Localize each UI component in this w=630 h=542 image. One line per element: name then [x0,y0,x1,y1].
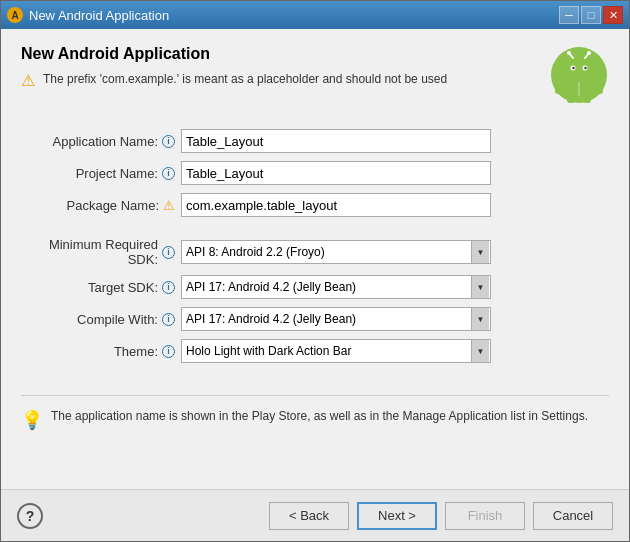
package-name-input[interactable] [181,193,491,217]
title-bar-left: A New Android Application [7,7,169,23]
page-title: New Android Application [21,45,539,63]
finish-button[interactable]: Finish [445,502,525,530]
warning-row: ⚠ The prefix 'com.example.' is meant as … [21,71,539,90]
compile-with-info-icon: i [162,313,175,326]
next-button[interactable]: Next > [357,502,437,530]
min-sdk-label: Minimum Required SDK: i [21,237,181,267]
project-name-info-icon: i [162,167,175,180]
svg-rect-12 [596,81,603,94]
theme-select[interactable]: Holo Light with Dark Action Bar Holo Dar… [181,339,491,363]
svg-rect-13 [567,94,575,103]
info-message: The application name is shown in the Pla… [51,408,588,425]
project-name-row: Project Name: i [21,161,609,185]
main-window: A New Android Application ─ □ ✕ New Andr… [0,0,630,542]
svg-point-5 [584,67,586,69]
close-button[interactable]: ✕ [603,6,623,24]
compile-with-label: Compile With: i [21,312,181,327]
min-sdk-info-icon: i [162,246,175,259]
min-sdk-select[interactable]: API 8: Android 2.2 (Froyo) API 9: Androi… [181,240,491,264]
dialog-footer: ? < Back Next > Finish Cancel [1,489,629,541]
warning-text: The prefix 'com.example.' is meant as a … [43,71,447,88]
project-name-label: Project Name: i [21,166,181,181]
app-name-info-icon: i [162,135,175,148]
theme-dropdown-wrapper: Holo Light with Dark Action Bar Holo Dar… [181,339,491,363]
minimize-button[interactable]: ─ [559,6,579,24]
target-sdk-info-icon: i [162,281,175,294]
package-name-row: Package Name: ⚠ [21,193,609,217]
page-header-left: New Android Application ⚠ The prefix 'co… [21,45,539,90]
app-name-row: Application Name: i [21,129,609,153]
app-icon-label: A [11,10,18,21]
back-button[interactable]: < Back [269,502,349,530]
info-section: 💡 The application name is shown in the P… [21,395,609,443]
page-header: New Android Application ⚠ The prefix 'co… [21,45,609,105]
dialog-content: New Android Application ⚠ The prefix 'co… [1,29,629,489]
min-sdk-dropdown-wrapper: API 8: Android 2.2 (Froyo) API 9: Androi… [181,240,491,264]
svg-point-4 [572,67,574,69]
compile-with-dropdown-wrapper: API 8: Android 2.2 (Froyo) API 14: Andro… [181,307,491,331]
theme-row: Theme: i Holo Light with Dark Action Bar… [21,339,609,363]
app-name-input[interactable] [181,129,491,153]
svg-point-8 [567,51,571,55]
svg-point-9 [587,51,591,55]
theme-label: Theme: i [21,344,181,359]
app-name-label: Application Name: i [21,134,181,149]
android-logo [549,45,609,105]
maximize-button[interactable]: □ [581,6,601,24]
target-sdk-label: Target SDK: i [21,280,181,295]
target-sdk-row: Target SDK: i API 8: Android 2.2 (Froyo)… [21,275,609,299]
content-spacer [21,443,609,489]
footer-left: ? [17,503,43,529]
package-name-warn-icon: ⚠ [163,198,175,213]
footer-right: < Back Next > Finish Cancel [269,502,613,530]
svg-point-1 [563,58,595,84]
target-sdk-dropdown-wrapper: API 8: Android 2.2 (Froyo) API 14: Andro… [181,275,491,299]
warning-icon: ⚠ [21,71,35,90]
svg-rect-14 [583,94,591,103]
cancel-button[interactable]: Cancel [533,502,613,530]
window-controls: ─ □ ✕ [559,6,623,24]
compile-with-row: Compile With: i API 8: Android 2.2 (Froy… [21,307,609,331]
form-spacer [21,225,609,237]
svg-rect-11 [555,81,562,94]
info-bulb-icon: 💡 [21,409,43,431]
theme-info-icon: i [162,345,175,358]
target-sdk-select[interactable]: API 8: Android 2.2 (Froyo) API 14: Andro… [181,275,491,299]
title-bar: A New Android Application ─ □ ✕ [1,1,629,29]
project-name-input[interactable] [181,161,491,185]
min-sdk-row: Minimum Required SDK: i API 8: Android 2… [21,237,609,267]
package-name-label: Package Name: ⚠ [21,198,181,213]
window-title: New Android Application [29,8,169,23]
compile-with-select[interactable]: API 8: Android 2.2 (Froyo) API 14: Andro… [181,307,491,331]
help-button[interactable]: ? [17,503,43,529]
form-section: Application Name: i Project Name: i Pack… [21,129,609,371]
app-icon: A [7,7,23,23]
